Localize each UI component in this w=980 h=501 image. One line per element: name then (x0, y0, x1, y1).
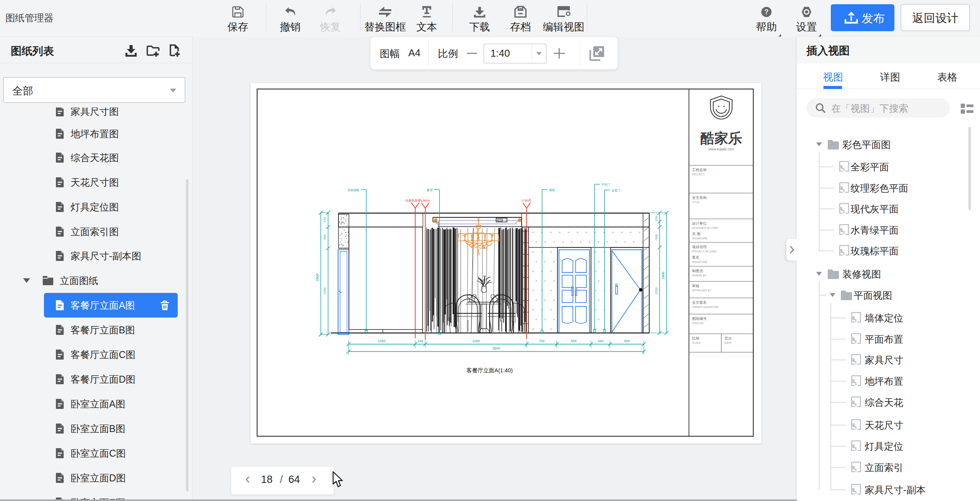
svg-text:审核: 审核 (692, 284, 700, 288)
svg-text:制图员: 制图员 (692, 269, 703, 273)
svg-text:共 图: 共 图 (692, 232, 700, 236)
svg-text:图纸编号: 图纸编号 (692, 316, 707, 321)
svg-text:酷家乐: 酷家乐 (700, 130, 742, 146)
svg-text:页次: 页次 (724, 336, 732, 340)
svg-text:SIGNATURE: SIGNATURE (692, 261, 708, 263)
svg-text:120: 120 (323, 217, 327, 222)
svg-text:PROJECT: PROJECT (692, 173, 705, 176)
svg-text:2250: 2250 (323, 287, 327, 294)
svg-text:500: 500 (655, 234, 658, 240)
svg-text:工程名称: 工程名称 (692, 168, 707, 172)
svg-text:平开门: 平开门 (601, 183, 610, 187)
svg-text:550: 550 (323, 234, 327, 240)
svg-text:2260: 2260 (472, 339, 480, 343)
svg-text:DWG NO.: DWG NO. (692, 322, 704, 324)
svg-text:APPROVED BY: APPROVED BY (692, 289, 712, 292)
svg-text:500: 500 (624, 339, 630, 343)
svg-text:业主名称:: 业主名称: (692, 195, 708, 200)
svg-text:签名: 签名 (692, 255, 699, 259)
svg-text:DATE: DATE (724, 341, 731, 344)
svg-text:500: 500 (571, 339, 577, 343)
svg-text:DRAWN BY: DRAWN BY (692, 274, 707, 277)
svg-text:?: ? (764, 8, 768, 16)
svg-text:1750高: 1750高 (521, 199, 531, 202)
svg-text:www.kujiale.com: www.kujiale.com (708, 147, 734, 151)
svg-text:墙纸: 墙纸 (549, 188, 555, 192)
svg-text:设计单位: 设计单位 (692, 221, 707, 225)
svg-text:5500: 5500 (492, 346, 500, 350)
svg-text:业主签名: 业主签名 (692, 300, 707, 304)
svg-text:240: 240 (418, 339, 423, 343)
svg-text:客餐厅立面A(1:40): 客餐厅立面A(1:40) (466, 367, 513, 373)
svg-text:石材墙板: 石材墙板 (348, 188, 360, 192)
svg-text:白色乳胶漆(2800): 白色乳胶漆(2800) (406, 199, 430, 202)
svg-text:合页门: 合页门 (611, 189, 620, 192)
svg-text:2800: 2800 (661, 272, 665, 279)
svg-text:TITLE: TITLE (692, 201, 699, 203)
svg-text:2250: 2250 (655, 287, 658, 294)
svg-text:SCALE: SCALE (692, 341, 701, 344)
svg-text:项目经理: 项目经理 (692, 245, 707, 249)
svg-text:2800: 2800 (315, 274, 319, 281)
svg-text:SIGNATURE: SIGNATURE (692, 237, 708, 240)
svg-text:730: 730 (539, 339, 545, 343)
svg-text:440: 440 (598, 339, 604, 343)
svg-text:窗帘: 窗帘 (427, 188, 433, 192)
svg-text:PROJECT IN CHIEF: PROJECT IN CHIEF (692, 250, 717, 253)
svg-text:比例: 比例 (692, 336, 699, 340)
svg-text:OWNER SIGNATURE: OWNER SIGNATURE (692, 306, 719, 308)
svg-text:1450: 1450 (378, 339, 386, 343)
svg-text:DESIGNED IN CHIEF: DESIGNED IN CHIEF (692, 227, 718, 229)
svg-text:150: 150 (655, 216, 658, 221)
